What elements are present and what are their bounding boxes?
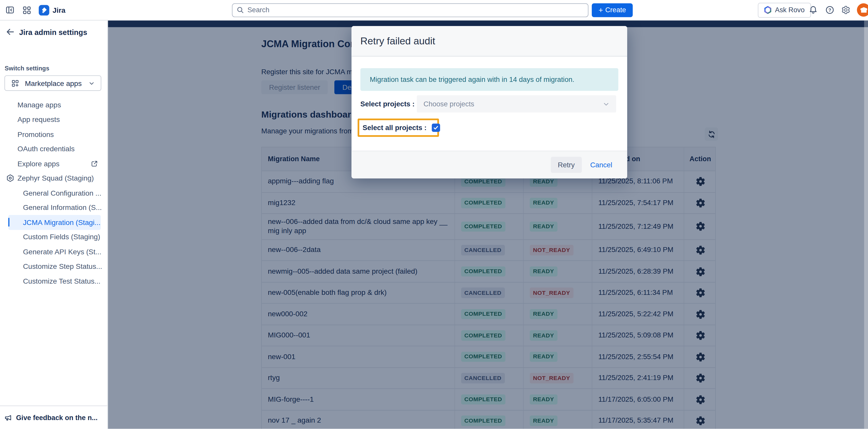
action-cell	[684, 389, 716, 410]
search-input[interactable]	[232, 3, 588, 17]
ready-badge: NOT_READY	[530, 288, 574, 298]
gear-icon[interactable]	[841, 6, 850, 15]
sidebar-item-label: Generate API Keys (St...	[23, 248, 101, 256]
action-cell	[684, 193, 716, 213]
select-all-highlight: Select all projects :	[358, 119, 439, 137]
triggered-on-cell: 11/25/2025, 5:22:42 PM	[592, 304, 684, 324]
row-settings-button[interactable]	[694, 196, 707, 209]
sidebar-item-oauth-credentials[interactable]: OAuth credentials	[0, 142, 107, 156]
sidebar-item-custom-fields-staging[interactable]: Custom Fields (Staging)	[0, 230, 107, 244]
action-cell	[684, 410, 716, 429]
back-icon[interactable]	[6, 27, 16, 37]
chevron-down-icon	[603, 101, 610, 107]
refresh-button[interactable]	[705, 127, 718, 141]
retry-button[interactable]: Retry	[551, 157, 582, 173]
triggered-on-cell: 11/25/2025, 2:55:54 PM	[592, 346, 684, 367]
status-badge: COMPLETED	[461, 266, 505, 277]
row-settings-button[interactable]	[694, 350, 707, 364]
gear-icon	[695, 245, 705, 255]
sidebar-item-generate-api-keys-st[interactable]: Generate API Keys (St...	[0, 244, 107, 259]
sidebar-item-label: General Information (S...	[23, 203, 102, 212]
give-feedback-link[interactable]: Give feedback on the n...	[0, 406, 107, 429]
svg-text:?: ?	[828, 7, 831, 13]
ready-cell: READY	[524, 325, 592, 346]
sidebar-item-manage-apps[interactable]: Manage apps	[0, 97, 107, 112]
top-bar: Jira + Create Ask Rovo ?	[0, 0, 868, 20]
sidebar-item-customize-step-status[interactable]: Customize Step Status...	[0, 259, 107, 274]
row-settings-button[interactable]	[694, 265, 707, 278]
ready-badge: READY	[530, 330, 557, 341]
sidebar-nav: Manage appsApp requestsPromotionsOAuth c…	[0, 97, 107, 288]
ask-rovo-label: Ask Rovo	[775, 6, 805, 14]
register-listener-button[interactable]: Register listener	[261, 80, 328, 94]
status-badge: COMPLETED	[461, 352, 505, 362]
migrations-table: Migration Name Status Ready Triggered on…	[261, 147, 716, 429]
avatar[interactable]	[857, 3, 868, 17]
sidebar-item-customize-test-status[interactable]: Customize Test Status...	[0, 274, 107, 288]
row-settings-button[interactable]	[694, 393, 707, 406]
ready-badge: READY	[530, 309, 557, 319]
sidebar-collapse-icon[interactable]	[5, 5, 15, 15]
context-switcher[interactable]: Marketplace apps	[4, 75, 101, 91]
projects-select[interactable]: Choose projects	[417, 95, 616, 113]
sidebar-item-app-requests[interactable]: App requests	[0, 112, 107, 127]
table-row: new-001COMPLETEDREADY11/25/2025, 2:55:54…	[262, 346, 715, 367]
sidebar-item-general-information-s[interactable]: General Information (S...	[0, 200, 107, 215]
table-row: new--006--added data from dc/& cloud sam…	[262, 213, 715, 239]
ready-cell: NOT_READY	[524, 368, 592, 389]
cancel-button[interactable]: Cancel	[590, 161, 612, 169]
action-cell	[684, 282, 716, 303]
create-button[interactable]: + Create	[592, 3, 633, 17]
row-settings-button[interactable]	[694, 414, 707, 427]
migration-name-cell: new--006--added data from dc/& cloud sam…	[262, 214, 455, 239]
sidebar-item-label: Promotions	[17, 130, 54, 139]
table-row: nov 17 _ again 2COMPLETEDREADY11/17/2025…	[262, 410, 715, 429]
action-cell	[684, 171, 716, 192]
row-settings-button[interactable]	[694, 220, 707, 233]
sidebar-item-label: Zephyr Squad (Staging)	[17, 174, 94, 182]
select-all-checkbox[interactable]	[432, 123, 440, 132]
table-row: new--006--2dataCANCELLEDNOT_READY11/25/2…	[262, 239, 715, 261]
table-row: new-005(enable both flag prop & drk)CANC…	[262, 282, 715, 303]
row-settings-button[interactable]	[694, 329, 707, 342]
status-badge: COMPLETED	[461, 198, 505, 208]
app-switcher-icon[interactable]	[22, 5, 32, 15]
ready-badge: READY	[530, 394, 557, 404]
ready-badge: READY	[530, 266, 557, 277]
migration-name-cell: rtyg	[262, 368, 455, 389]
row-settings-button[interactable]	[694, 308, 707, 321]
bell-icon[interactable]	[809, 6, 818, 15]
ask-rovo-button[interactable]: Ask Rovo	[758, 3, 811, 18]
ready-cell: NOT_READY	[524, 240, 592, 260]
page-scrollbar[interactable]	[864, 20, 868, 429]
sidebar-item-promotions[interactable]: Promotions	[0, 127, 107, 142]
row-settings-button[interactable]	[694, 244, 707, 257]
gear-icon	[695, 198, 705, 208]
sidebar-item-general-configuration[interactable]: General Configuration ...	[0, 186, 107, 200]
gear-icon	[695, 351, 705, 362]
sidebar-item-label: Customize Step Status...	[23, 262, 102, 270]
sidebar-item-explore-apps[interactable]: Explore apps	[0, 156, 107, 171]
row-settings-button[interactable]	[694, 175, 707, 188]
action-cell	[684, 304, 716, 324]
gear-icon	[695, 287, 705, 298]
external-link-icon	[91, 160, 98, 167]
status-cell: CANCELLED	[455, 282, 524, 303]
status-cell: COMPLETED	[455, 304, 524, 324]
switch-settings-label: Switch settings	[5, 65, 49, 72]
help-icon[interactable]: ?	[826, 6, 834, 15]
triggered-on-cell: 11/25/2025, 6:28:39 PM	[592, 261, 684, 282]
sidebar-item-zephyr-squad-staging[interactable]: Zephyr Squad (Staging)	[0, 171, 107, 186]
status-cell: COMPLETED	[455, 214, 524, 239]
row-settings-button[interactable]	[694, 286, 707, 299]
status-cell: CANCELLED	[455, 240, 524, 260]
row-settings-button[interactable]	[694, 372, 707, 385]
status-cell: COMPLETED	[455, 325, 524, 346]
gear-icon	[695, 394, 705, 405]
sidebar-item-jcma-migration-stagi[interactable]: JCMA Migration (Stagi...	[8, 215, 101, 230]
migration-name-cell: new-001	[262, 346, 455, 367]
migrations-table-body: appmig---adding flagCOMPLETEDREADY11/25/…	[262, 171, 715, 429]
retry-failed-audit-modal: Retry failed audit Migration task can be…	[351, 26, 627, 178]
gear-icon	[695, 330, 705, 341]
jira-logo-icon[interactable]	[39, 5, 49, 15]
